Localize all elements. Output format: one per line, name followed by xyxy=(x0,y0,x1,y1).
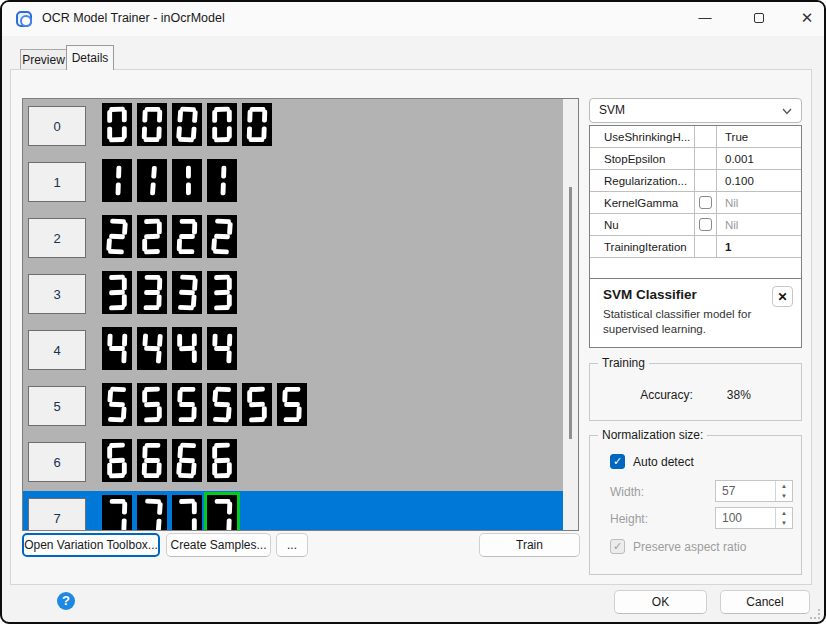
height-value: 100 xyxy=(716,508,775,528)
sample-tile[interactable] xyxy=(102,439,132,482)
sample-tile[interactable] xyxy=(137,327,167,370)
sample-tile[interactable] xyxy=(102,103,132,146)
sample-tile[interactable] xyxy=(172,215,202,258)
sample-tile[interactable] xyxy=(207,159,237,202)
description-close-button[interactable]: ✕ xyxy=(772,286,793,307)
sample-tile[interactable] xyxy=(242,383,272,426)
create-samples-button[interactable]: Create Samples... xyxy=(166,533,271,557)
property-value[interactable]: Nil xyxy=(717,219,801,231)
sample-tile[interactable] xyxy=(172,383,202,426)
training-groupbox: Training Accuracy: 38% xyxy=(589,363,802,421)
sample-tile[interactable] xyxy=(207,103,237,146)
sample-tile[interactable] xyxy=(137,159,167,202)
sample-row-5[interactable]: 5 xyxy=(23,379,563,435)
char-label-button[interactable]: 7 xyxy=(28,498,86,530)
sample-tile[interactable] xyxy=(137,215,167,258)
sample-tile[interactable] xyxy=(207,215,237,258)
width-spin-buttons[interactable]: ▲▼ xyxy=(775,481,792,501)
sample-tile[interactable] xyxy=(137,495,167,530)
property-row[interactable]: NuNil xyxy=(590,214,801,236)
sample-tile[interactable] xyxy=(137,439,167,482)
minimize-button[interactable]: — xyxy=(684,2,726,34)
property-row[interactable]: TrainingIteration1 xyxy=(590,236,801,258)
sample-tile[interactable] xyxy=(102,495,132,530)
sample-tile[interactable] xyxy=(242,103,272,146)
char-label-button[interactable]: 0 xyxy=(28,106,86,146)
close-button[interactable]: ✕ xyxy=(786,2,826,34)
height-spin-buttons[interactable]: ▲▼ xyxy=(775,508,792,528)
sample-tile[interactable] xyxy=(102,271,132,314)
spin-up-icon[interactable]: ▲ xyxy=(776,508,792,518)
samples-scrollbar-thumb[interactable] xyxy=(569,187,572,439)
width-stepper[interactable]: 57 ▲▼ xyxy=(715,480,793,502)
property-value[interactable]: 0.100 xyxy=(717,175,801,187)
tab-preview[interactable]: Preview xyxy=(20,49,67,70)
sample-tile[interactable] xyxy=(102,215,132,258)
sample-tile[interactable] xyxy=(172,327,202,370)
sample-tile[interactable] xyxy=(277,383,307,426)
property-value[interactable]: True xyxy=(717,131,801,143)
preserve-aspect-ratio-checkbox: ✓ xyxy=(610,539,625,554)
sample-tile[interactable] xyxy=(137,103,167,146)
tab-details[interactable]: Details xyxy=(66,45,114,70)
char-label-button[interactable]: 6 xyxy=(28,442,86,482)
property-checkbox-cell[interactable] xyxy=(695,192,717,213)
property-checkbox[interactable] xyxy=(699,218,712,231)
sample-tile[interactable] xyxy=(102,383,132,426)
open-variation-toolbox-button[interactable]: Open Variation Toolbox... xyxy=(22,533,160,557)
property-row[interactable]: KernelGammaNil xyxy=(590,192,801,214)
samples-scrollbar[interactable] xyxy=(563,99,578,530)
spin-down-icon[interactable]: ▼ xyxy=(776,518,792,528)
sample-tile[interactable] xyxy=(172,271,202,314)
sample-row-2[interactable]: 2 xyxy=(23,211,563,267)
sample-tile[interactable] xyxy=(172,159,202,202)
sample-row-7[interactable]: 7 xyxy=(23,491,563,530)
spin-up-icon[interactable]: ▲ xyxy=(776,481,792,491)
sample-tile[interactable] xyxy=(207,439,237,482)
sample-tile[interactable] xyxy=(172,103,202,146)
resize-grip[interactable] xyxy=(810,609,820,619)
sample-row-6[interactable]: 6 xyxy=(23,435,563,491)
ok-button[interactable]: OK xyxy=(614,590,707,614)
spin-down-icon[interactable]: ▼ xyxy=(776,491,792,501)
char-label-button[interactable]: 5 xyxy=(28,386,86,426)
sample-tile[interactable] xyxy=(172,439,202,482)
train-button[interactable]: Train xyxy=(479,533,580,557)
height-stepper[interactable]: 100 ▲▼ xyxy=(715,507,793,529)
property-value[interactable]: 0.001 xyxy=(717,153,801,165)
char-label-button[interactable]: 3 xyxy=(28,274,86,314)
property-value[interactable]: Nil xyxy=(717,197,801,209)
cancel-button[interactable]: Cancel xyxy=(720,590,810,614)
ocr-model-trainer-window: OCR Model Trainer - inOcrModel — ✕ Previ… xyxy=(0,0,826,624)
sample-tile[interactable] xyxy=(102,159,132,202)
char-label-button[interactable]: 4 xyxy=(28,330,86,370)
accuracy-label: Accuracy: xyxy=(640,388,693,402)
maximize-button[interactable] xyxy=(738,2,780,34)
character-samples-list[interactable]: 01234567 xyxy=(22,98,579,531)
property-row[interactable]: StopEpsilon0.001 xyxy=(590,148,801,170)
sample-row-3[interactable]: 3 xyxy=(23,267,563,323)
property-checkbox[interactable] xyxy=(699,196,712,209)
sample-tile[interactable] xyxy=(137,383,167,426)
sample-row-4[interactable]: 4 xyxy=(23,323,563,379)
auto-detect-checkbox[interactable]: ✓ xyxy=(610,454,625,469)
property-row[interactable]: Regularization...0.100 xyxy=(590,170,801,192)
help-icon[interactable]: ? xyxy=(57,592,75,610)
char-label-button[interactable]: 1 xyxy=(28,162,86,202)
sample-row-1[interactable]: 1 xyxy=(23,155,563,211)
sample-tile[interactable] xyxy=(102,327,132,370)
property-row[interactable]: UseShrinkingH...True xyxy=(590,126,801,148)
sample-tile[interactable] xyxy=(172,495,202,530)
sample-tile[interactable] xyxy=(207,271,237,314)
sample-row-0[interactable]: 0 xyxy=(23,99,563,155)
property-value[interactable]: 1 xyxy=(717,241,801,253)
char-label-button[interactable]: 2 xyxy=(28,218,86,258)
sample-tile[interactable] xyxy=(207,327,237,370)
classifier-dropdown[interactable]: SVM xyxy=(589,98,802,123)
more-options-button[interactable]: ... xyxy=(276,533,308,557)
sample-tile-highlighted[interactable] xyxy=(207,495,237,530)
property-checkbox-cell[interactable] xyxy=(695,214,717,235)
sample-tile[interactable] xyxy=(137,271,167,314)
property-name: KernelGamma xyxy=(590,192,695,213)
sample-tile[interactable] xyxy=(207,383,237,426)
